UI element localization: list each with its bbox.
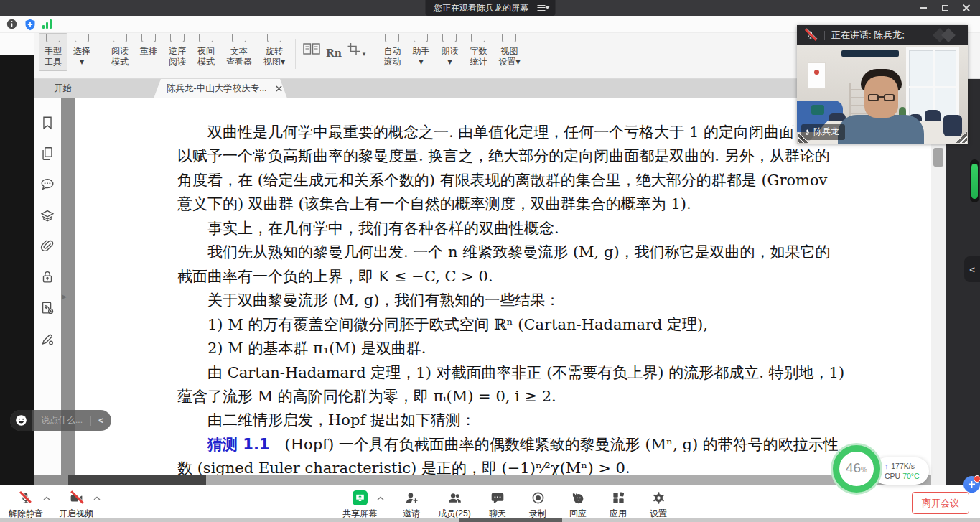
tool-facing-pages[interactable] (303, 33, 320, 57)
minimize-button[interactable] (913, 0, 934, 16)
invite-icon (404, 490, 419, 505)
tool-night-mode[interactable]: 夜间 模式 (192, 33, 220, 71)
tool-select[interactable]: 选择 ▾ (67, 33, 96, 71)
performance-widget[interactable]: ↑177K/s CPU70°C 46% (831, 444, 941, 497)
tool-word-count[interactable]: 字数 统计 (464, 33, 493, 71)
auto-scroll-icon (385, 34, 399, 42)
tool-text-viewer[interactable]: 文本 查看器 (220, 33, 258, 71)
comment-icon[interactable] (39, 177, 55, 192)
tool-read-aloud[interactable]: 朗读 ▾ (435, 33, 464, 71)
tool-reverse-read[interactable]: 逆序 阅读 (163, 33, 192, 71)
doc-line: 由 Cartan-Hadamard 定理，1) 对截面曲率非正 (不需要有负上界… (177, 361, 931, 385)
assistant-icon (414, 34, 428, 42)
maximize-button[interactable] (934, 0, 956, 16)
toolbar-separator (101, 39, 101, 69)
chat-divider (90, 416, 91, 426)
emoji-icon[interactable] (10, 410, 32, 431)
doc-line: 蕴含了流形 M 的高阶同伦群为零，即 πᵢ(M) = 0, i ≥ 2. (177, 385, 931, 409)
reactions-button[interactable]: 回应 (558, 488, 598, 520)
video-options-chevron[interactable] (93, 496, 101, 500)
info-icon[interactable] (6, 19, 17, 32)
chat-collapse-icon[interactable]: < (98, 416, 103, 426)
doc-line: 意义下的) 双曲群 (该集合上有一个自然的概率测度，双曲群集合的概率为 1). (177, 192, 931, 216)
speaker-glasses (868, 94, 895, 102)
night-mode-icon (199, 34, 213, 42)
conjecture-label: 猜测 1.1 (207, 436, 270, 453)
tab-document[interactable]: 陈兵龙-中山大学校庆专... (154, 79, 287, 98)
tool-reflow[interactable]: 重排 (134, 33, 163, 71)
read-mode-icon (113, 34, 127, 42)
tool-font-info[interactable]: Rn (326, 33, 342, 59)
chat-button[interactable]: 聊天 (477, 488, 518, 520)
panel-collapse-handle[interactable]: < (964, 256, 980, 282)
tool-view-settings[interactable]: 视图 设置▾ (493, 33, 526, 71)
tool-auto-scroll[interactable]: 自动 滚动 (378, 33, 406, 71)
start-video-button[interactable]: 开启视频 (56, 488, 96, 520)
mic-icon (804, 128, 811, 136)
panel-expand-icon[interactable]: ▶ (62, 293, 67, 300)
scene-chair (943, 115, 962, 136)
speaking-status-text: 正在讲话: 陈兵龙; (831, 29, 905, 42)
tool-hand[interactable]: 手型 工具 (39, 33, 67, 71)
speaker-video-panel[interactable]: 正在讲话: 陈兵龙; 陈兵龙 (797, 25, 968, 144)
share-options-chevron[interactable] (377, 496, 384, 500)
cpu-usage-gauge[interactable]: 46% (833, 445, 880, 493)
shield-plus-icon[interactable] (24, 19, 36, 34)
tool-rotate-view[interactable]: 旋转 视图▾ (258, 33, 291, 71)
quick-chat-bubble[interactable]: 说点什么... < (10, 410, 111, 431)
doc-line: 由二维情形启发，Hopf 提出如下猜测： (177, 409, 931, 432)
pages-icon[interactable] (39, 146, 55, 162)
word-count-icon (471, 34, 485, 42)
camera-muted-icon (69, 490, 84, 505)
tool-crop[interactable]: ▾ (347, 33, 366, 58)
doc-line: 数 (signed Euler characteristic) 是正的，即 (−… (177, 457, 931, 475)
tool-read-mode[interactable]: 阅读 模式 (106, 33, 134, 71)
view-settings-icon (502, 34, 516, 42)
speaker-name-tag: 陈兵龙 (801, 124, 845, 140)
record-button[interactable]: 录制 (518, 488, 558, 520)
scrollbar-thumb[interactable] (933, 148, 943, 167)
vertical-scrollbar[interactable] (931, 98, 946, 485)
brand-watermark-icon (933, 27, 962, 43)
crop-icon (347, 43, 360, 58)
scene-picture-frame (808, 62, 826, 89)
chevron-down-icon: ▾ (363, 50, 366, 57)
signal-bars-icon[interactable] (42, 19, 53, 29)
tab-start[interactable]: 开始 (41, 79, 154, 98)
signature-icon[interactable] (39, 331, 55, 347)
layers-icon[interactable] (39, 208, 55, 223)
tab-close-icon[interactable] (276, 85, 282, 92)
apps-grid-icon (612, 490, 625, 505)
select-icon (75, 34, 89, 42)
attachment-icon[interactable] (39, 238, 55, 254)
document-page: 双曲性是几何学中最重要的概念之一. 由单值化定理，任何一个亏格大于 1 的定向闭… (75, 98, 931, 475)
apps-button[interactable]: 应用 (598, 488, 638, 520)
shield-plus-badge-icon[interactable] (963, 476, 980, 493)
unmute-button[interactable]: 解除静音 (6, 488, 46, 520)
video-feed: 陈兵龙 (797, 45, 968, 144)
chat-input-placeholder[interactable]: 说点什么... (41, 414, 83, 427)
tool-assistant[interactable]: 助手 ▾ (406, 33, 435, 71)
reflow-icon (141, 34, 156, 42)
settings-button[interactable]: 设置 (638, 488, 678, 520)
shared-taskbar-sliver (34, 475, 931, 485)
bookmark-icon[interactable] (39, 115, 55, 131)
network-speed: ↑177K/s (885, 461, 920, 471)
shared-review-icon[interactable] (39, 300, 55, 316)
doc-line: 角度看，在 (给定生成元和关系个数的) 有限表现的离散群的集合里，绝大部分的群都… (177, 169, 931, 192)
speaker-body (838, 115, 924, 144)
cpu-temp: CPU70°C (885, 471, 920, 481)
close-button[interactable] (956, 0, 977, 16)
doc-line-conjecture: 猜测 1.1(Hopf) 一个具有负截面曲率的偶数维紧致的黎曼流形 (Mⁿ, g… (177, 433, 931, 457)
record-icon (531, 490, 545, 505)
invite-button[interactable]: 邀请 (391, 488, 431, 520)
reverse-read-icon (170, 34, 185, 42)
chat-icon (490, 490, 505, 505)
lock-icon[interactable] (39, 269, 55, 285)
members-button[interactable]: 成员(25) (431, 488, 477, 520)
doc-line: 以赋予一个常负高斯曲率的黎曼度量. 换言之，绝大部分的定向闭曲面都是双曲的. 另… (177, 144, 931, 168)
doc-line: 1) M 的万有覆盖空间微分同胚于欧式空间 ℝⁿ (Cartan-Hadamar… (177, 313, 931, 337)
share-screen-button[interactable]: 共享屏幕 (340, 488, 380, 520)
unmute-options-chevron[interactable] (43, 496, 50, 500)
banner-menu-icon[interactable] (537, 5, 546, 11)
